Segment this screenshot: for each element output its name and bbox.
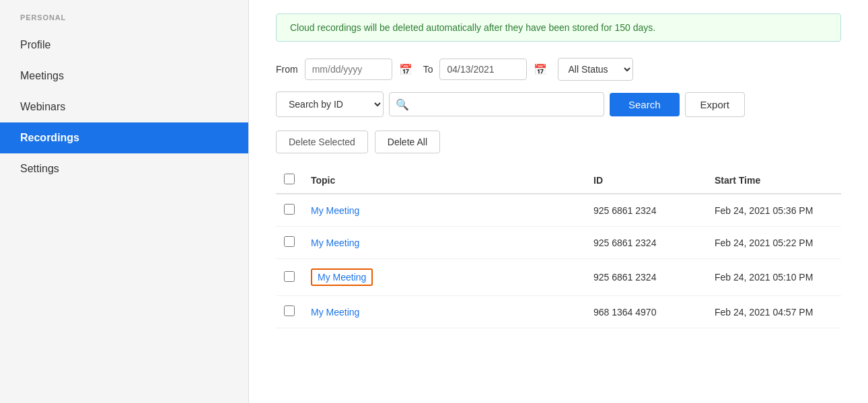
row-checkbox-3[interactable]	[284, 305, 295, 316]
row-checkbox-cell	[276, 296, 303, 328]
main-content: Cloud recordings will be deleted automat…	[249, 0, 868, 403]
to-label: To	[423, 64, 433, 75]
search-input-wrapper: 🔍	[389, 92, 604, 116]
col-header-topic: Topic	[303, 167, 585, 194]
delete-selected-button[interactable]: Delete Selected	[276, 131, 368, 153]
search-row: Search by ID Search by Topic 🔍 Search Ex…	[276, 91, 841, 117]
row-topic-cell: My Meeting	[303, 194, 585, 227]
to-date-input[interactable]	[439, 59, 527, 80]
topic-link-2[interactable]: My Meeting	[311, 268, 373, 286]
topic-link-1[interactable]: My Meeting	[311, 237, 359, 248]
row-checkbox-2[interactable]	[284, 271, 295, 282]
sidebar-item-label-meetings: Meetings	[20, 70, 64, 82]
notice-banner: Cloud recordings will be deleted automat…	[276, 13, 841, 42]
col-header-id: ID	[585, 167, 707, 194]
sidebar: PERSONAL Profile Meetings Webinars Recor…	[0, 0, 249, 403]
row-checkbox-cell	[276, 194, 303, 227]
sidebar-section-label: PERSONAL	[0, 13, 248, 30]
topic-link-0[interactable]: My Meeting	[311, 205, 359, 216]
col-header-starttime: Start Time	[707, 167, 841, 194]
row-topic-cell: My Meeting	[303, 227, 585, 259]
filters-row: From 📅 To 📅 All Status Completed Process…	[276, 58, 841, 81]
from-calendar-icon[interactable]: 📅	[399, 63, 412, 76]
row-checkbox-cell	[276, 227, 303, 259]
sidebar-item-profile[interactable]: Profile	[0, 30, 248, 61]
row-id-cell: 925 6861 2324	[585, 259, 707, 296]
from-label: From	[276, 64, 298, 75]
sidebar-item-label-webinars: Webinars	[20, 101, 65, 113]
row-topic-cell: My Meeting	[303, 259, 585, 296]
table-row: My Meeting968 1364 4970Feb 24, 2021 04:5…	[276, 296, 841, 328]
search-type-select[interactable]: Search by ID Search by Topic	[276, 91, 384, 117]
sidebar-item-label-settings: Settings	[20, 163, 59, 175]
row-id-cell: 925 6861 2324	[585, 194, 707, 227]
row-starttime-cell: Feb 24, 2021 05:36 PM	[707, 194, 841, 227]
action-row: Delete Selected Delete All	[276, 131, 841, 153]
row-checkbox-cell	[276, 259, 303, 296]
select-all-checkbox[interactable]	[284, 174, 295, 184]
row-starttime-cell: Feb 24, 2021 04:57 PM	[707, 296, 841, 328]
row-starttime-cell: Feb 24, 2021 05:10 PM	[707, 259, 841, 296]
row-starttime-cell: Feb 24, 2021 05:22 PM	[707, 227, 841, 259]
row-id-cell: 968 1364 4970	[585, 296, 707, 328]
notice-text: Cloud recordings will be deleted automat…	[290, 22, 655, 33]
sidebar-item-settings[interactable]: Settings	[0, 153, 248, 184]
export-button[interactable]: Export	[685, 92, 745, 117]
search-input[interactable]	[389, 92, 604, 116]
col-header-checkbox	[276, 167, 303, 194]
row-checkbox-0[interactable]	[284, 204, 295, 215]
sidebar-item-meetings[interactable]: Meetings	[0, 61, 248, 91]
delete-all-button[interactable]: Delete All	[375, 131, 440, 153]
search-button[interactable]: Search	[610, 93, 680, 116]
sidebar-item-label-profile: Profile	[20, 39, 50, 51]
status-select[interactable]: All Status Completed Processing Failed	[558, 58, 633, 81]
table-row: My Meeting925 6861 2324Feb 24, 2021 05:2…	[276, 227, 841, 259]
topic-link-3[interactable]: My Meeting	[311, 307, 359, 318]
sidebar-item-webinars[interactable]: Webinars	[0, 91, 248, 122]
row-id-cell: 925 6861 2324	[585, 227, 707, 259]
table-row: My Meeting925 6861 2324Feb 24, 2021 05:1…	[276, 259, 841, 296]
recordings-table: Topic ID Start Time My Meeting925 6861 2…	[276, 167, 841, 328]
sidebar-item-label-recordings: Recordings	[20, 132, 79, 144]
to-calendar-icon[interactable]: 📅	[534, 63, 547, 76]
row-checkbox-1[interactable]	[284, 236, 295, 247]
from-date-input[interactable]	[305, 59, 392, 80]
table-row: My Meeting925 6861 2324Feb 24, 2021 05:3…	[276, 194, 841, 227]
sidebar-item-recordings[interactable]: Recordings	[0, 122, 248, 153]
row-topic-cell: My Meeting	[303, 296, 585, 328]
